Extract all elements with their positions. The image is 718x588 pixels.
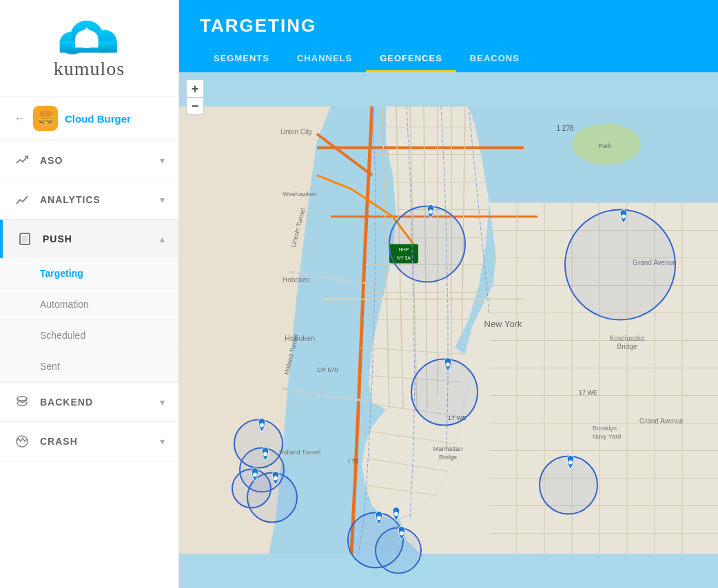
svg-point-86 (622, 215, 626, 219)
svg-point-90 (446, 363, 450, 367)
map-area[interactable]: + − (179, 72, 718, 588)
svg-text:CR 670: CR 670 (317, 366, 338, 373)
sidebar: kumulos ← 🍔 Cloud Burger ASO ▾ ANALYTICS… (0, 0, 179, 588)
nav-section-backend: BACKEND ▾ (0, 383, 178, 422)
app-selector[interactable]: ← 🍔 Cloud Burger (0, 96, 178, 141)
svg-text:Brooklyn: Brooklyn (593, 425, 617, 432)
aso-chevron-icon: ▾ (160, 155, 165, 166)
svg-text:Hoboken: Hoboken (283, 276, 310, 284)
backend-label: BACKEND (40, 397, 160, 408)
logo-area: kumulos (0, 0, 178, 96)
sidebar-item-analytics[interactable]: ANALYTICS ▾ (0, 180, 178, 219)
svg-text:Union City: Union City (280, 128, 312, 136)
svg-text:Hoboken: Hoboken (285, 334, 315, 342)
nav-section-aso: ASO ▾ (0, 141, 178, 180)
svg-text:Kosciuszko: Kosciuszko (610, 335, 645, 342)
svg-point-89 (411, 359, 478, 426)
svg-point-100 (568, 461, 573, 465)
svg-text:Bridge: Bridge (439, 454, 457, 461)
app-name-label: Cloud Burger (65, 113, 131, 125)
backend-chevron-icon: ▾ (160, 397, 165, 408)
push-chevron-icon: ▴ (160, 233, 165, 244)
backend-icon (14, 394, 30, 410)
svg-point-96 (274, 476, 278, 481)
main-content: TARGETING SEGMENTS CHANNELS GEOFENCES BE… (179, 0, 718, 588)
analytics-label: ANALYTICS (40, 194, 160, 205)
tab-segments[interactable]: SEGMENTS (200, 46, 283, 72)
svg-point-97 (232, 470, 271, 508)
top-header: TARGETING SEGMENTS CHANNELS GEOFENCES BE… (179, 0, 718, 72)
tab-bar: SEGMENTS CHANNELS GEOFENCES BEACONS (200, 46, 697, 72)
svg-text:Bridge: Bridge (617, 343, 637, 350)
svg-point-105 (394, 512, 398, 516)
push-sub-nav: Targeting Automation Scheduled Sent (0, 258, 178, 382)
nav-section-push: PUSH ▴ Targeting Automation Scheduled Se… (0, 220, 178, 383)
zoom-out-button[interactable]: − (186, 97, 204, 115)
map-controls: + − (186, 79, 204, 115)
svg-text:17 WE: 17 WE (579, 389, 597, 396)
svg-text:Manhattan: Manhattan (433, 445, 463, 452)
push-label: PUSH (43, 233, 160, 244)
svg-text:Weehawken: Weehawken (283, 191, 316, 198)
sub-nav-targeting[interactable]: Targeting (0, 258, 178, 289)
push-icon (17, 231, 33, 247)
sidebar-item-crash[interactable]: CRASH ▾ (0, 422, 178, 461)
svg-point-94 (263, 452, 267, 456)
sub-nav-sent[interactable]: Sent (0, 351, 178, 382)
svg-text:I 78: I 78 (348, 458, 358, 465)
tab-channels[interactable]: CHANNELS (283, 46, 366, 72)
svg-text:Grand Avenue: Grand Avenue (639, 417, 684, 425)
aso-icon (14, 152, 30, 169)
nav-section-crash: CRASH ▾ (0, 422, 178, 461)
svg-point-9 (17, 436, 28, 447)
app-icon: 🍔 (33, 106, 58, 131)
aso-label: ASO (40, 155, 160, 166)
sub-nav-automation[interactable]: Automation (0, 289, 178, 320)
crash-label: CRASH (40, 436, 160, 447)
analytics-icon (14, 191, 30, 208)
back-arrow-icon: ← (14, 112, 26, 126)
svg-point-92 (260, 423, 264, 428)
svg-text:Navy Yard: Navy Yard (593, 433, 621, 440)
tab-geofences[interactable]: GEOFENCES (366, 46, 456, 72)
svg-point-87 (389, 207, 465, 282)
page-title: TARGETING (200, 15, 697, 36)
sidebar-item-backend[interactable]: BACKEND ▾ (0, 383, 178, 421)
crash-chevron-icon: ▾ (160, 436, 165, 447)
crash-icon (14, 433, 30, 450)
sidebar-item-aso[interactable]: ASO ▾ (0, 141, 178, 180)
sidebar-item-push[interactable]: PUSH ▴ (0, 220, 178, 258)
svg-point-85 (565, 210, 675, 320)
sub-nav-scheduled[interactable]: Scheduled (0, 320, 178, 351)
svg-text:New York: New York (484, 319, 522, 329)
svg-point-103 (376, 528, 421, 574)
tab-beacons[interactable]: BEACONS (456, 46, 533, 72)
svg-rect-7 (22, 235, 28, 242)
svg-text:Park: Park (599, 143, 612, 149)
svg-point-102 (377, 516, 381, 521)
zoom-in-button[interactable]: + (186, 79, 204, 97)
svg-text:1 278: 1 278 (556, 125, 573, 132)
analytics-chevron-icon: ▾ (160, 194, 165, 205)
svg-point-104 (400, 532, 404, 536)
logo-text: kumulos (54, 58, 125, 80)
svg-text:Holland Tunnel: Holland Tunnel (279, 449, 320, 456)
svg-point-98 (253, 473, 257, 477)
svg-point-88 (429, 210, 433, 214)
nav-section-analytics: ANALYTICS ▾ (0, 180, 178, 220)
logo-cloud-icon (55, 17, 124, 58)
map-svg: Park Lincoln Tunnel Holland Tunnel 1 278… (179, 72, 718, 588)
svg-point-8 (17, 397, 27, 401)
